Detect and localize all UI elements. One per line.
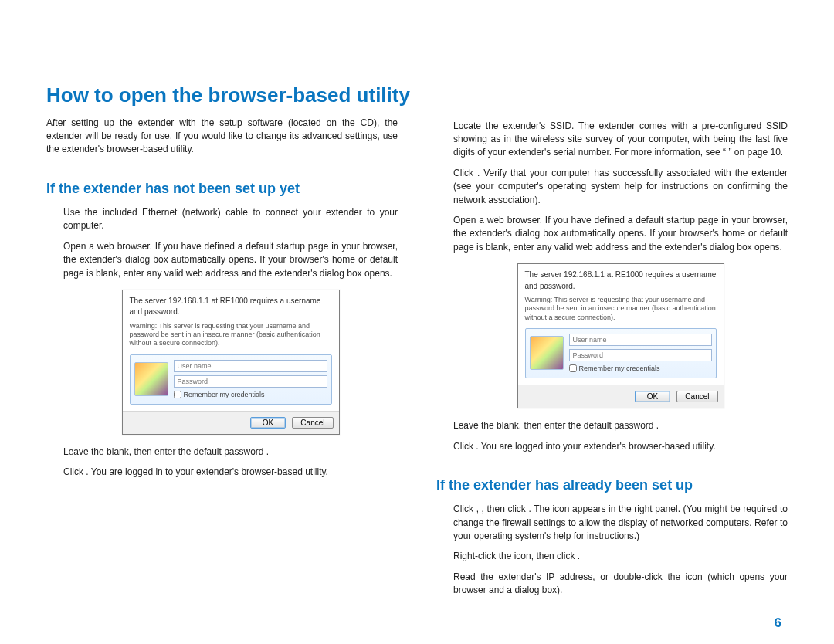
- text: Read the extender's IP address, or doubl…: [453, 571, 788, 595]
- text: blank, then enter the default password: [107, 446, 266, 457]
- dialog-button-bar: OK Cancel: [123, 411, 339, 434]
- right-steps: Locate the extender's SSID. The extender…: [436, 117, 788, 453]
- left-step-2: Open a web browser. If you have defined …: [63, 240, 398, 280]
- left-step-3: Leave the blank, then enter the default …: [63, 446, 398, 459]
- auth-dialog-right: The server 192.168.1.1 at RE1000 require…: [517, 263, 724, 408]
- avatar-icon: [530, 336, 564, 370]
- credentials-box: Remember my credentials: [130, 354, 332, 405]
- text: Click: [63, 466, 86, 477]
- left-column: After setting up the extender with the s…: [46, 117, 398, 605]
- right-step-5: Click . You are logged into your extende…: [453, 440, 788, 453]
- text: dialog box opens.: [710, 242, 782, 253]
- page-number: 6: [775, 614, 781, 633]
- avatar-icon: [134, 362, 168, 396]
- text: .: [656, 420, 659, 431]
- dialog-title: The server 192.168.1.1 at RE1000 require…: [525, 269, 717, 292]
- intro-paragraph: After setting up the extender with the s…: [46, 117, 398, 157]
- right-step-4: Leave the blank, then enter the default …: [453, 419, 788, 432]
- text: . You are logged into your extender's br…: [476, 441, 715, 452]
- credentials-box: Remember my credentials: [525, 328, 717, 378]
- username-field[interactable]: [174, 360, 327, 372]
- section-not-setup-heading: If the extender has not been set up yet: [46, 178, 398, 198]
- text: Click: [453, 168, 477, 178]
- password-field[interactable]: [569, 349, 712, 361]
- right-step-1: Locate the extender's SSID. The extender…: [453, 120, 788, 160]
- text: icon, then click: [514, 551, 578, 561]
- cancel-button[interactable]: Cancel: [676, 391, 717, 402]
- page-title: How to open the browser-based utility: [46, 81, 788, 110]
- text: . You are logged in to your extender's b…: [86, 466, 328, 477]
- text: .: [266, 446, 269, 457]
- text: Click: [453, 503, 476, 514]
- text: , then click: [482, 503, 529, 514]
- dialog-title: The server 192.168.1.1 at RE1000 require…: [130, 296, 332, 318]
- text: Leave the: [453, 420, 497, 431]
- right2-step-1: Click , , then click . The icon appears …: [453, 503, 788, 543]
- text: Right-click the: [453, 551, 514, 561]
- text: . Verify that your computer has successf…: [453, 168, 788, 205]
- remember-label: Remember my credentials: [184, 390, 265, 400]
- ok-button[interactable]: OK: [250, 417, 286, 429]
- auth-dialog-left: The server 192.168.1.1 at RE1000 require…: [122, 290, 340, 435]
- text: ” on page 10.: [728, 147, 783, 158]
- dialog-warning: Warning: This server is requesting that …: [130, 322, 332, 348]
- remember-checkbox[interactable]: [569, 364, 577, 372]
- text: Leave the: [63, 446, 107, 457]
- left-step-1: Use the included Ethernet (network) cabl…: [63, 206, 398, 233]
- username-field[interactable]: [569, 334, 712, 346]
- left-steps: Use the included Ethernet (network) cabl…: [46, 206, 398, 480]
- right2-step-2: Right-click the icon, then click .: [453, 550, 788, 563]
- section-already-setup-heading: If the extender has already been set up: [436, 475, 788, 495]
- dialog-button-bar: OK Cancel: [518, 385, 724, 408]
- right-step-2: Click . Verify that your computer has su…: [453, 167, 788, 207]
- left-step-4: Click . You are logged in to your extend…: [63, 466, 398, 479]
- text: dialog box opens.: [320, 268, 392, 279]
- remember-checkbox[interactable]: [174, 391, 181, 398]
- content-columns: After setting up the extender with the s…: [46, 117, 788, 605]
- dialog-warning: Warning: This server is requesting that …: [525, 296, 717, 322]
- right2-step-3: Read the extender's IP address, or doubl…: [453, 571, 788, 598]
- text: in the wireless site survey of your comp…: [504, 134, 714, 144]
- remember-credentials[interactable]: Remember my credentials: [174, 390, 327, 400]
- text: .: [578, 551, 580, 561]
- right-steps-2: Click , , then click . The icon appears …: [436, 503, 788, 597]
- password-field[interactable]: [174, 375, 327, 388]
- right-step-3: Open a web browser. If you have defined …: [453, 214, 788, 254]
- cancel-button[interactable]: Cancel: [292, 417, 333, 429]
- text: dialog box).: [514, 585, 562, 595]
- right-column: Locate the extender's SSID. The extender…: [436, 117, 788, 605]
- text: blank, then enter the default password: [497, 420, 656, 431]
- remember-label: Remember my credentials: [579, 364, 660, 374]
- text: Click: [453, 441, 476, 452]
- text: ,: [476, 503, 482, 514]
- ok-button[interactable]: OK: [635, 391, 670, 402]
- remember-credentials[interactable]: Remember my credentials: [569, 364, 712, 374]
